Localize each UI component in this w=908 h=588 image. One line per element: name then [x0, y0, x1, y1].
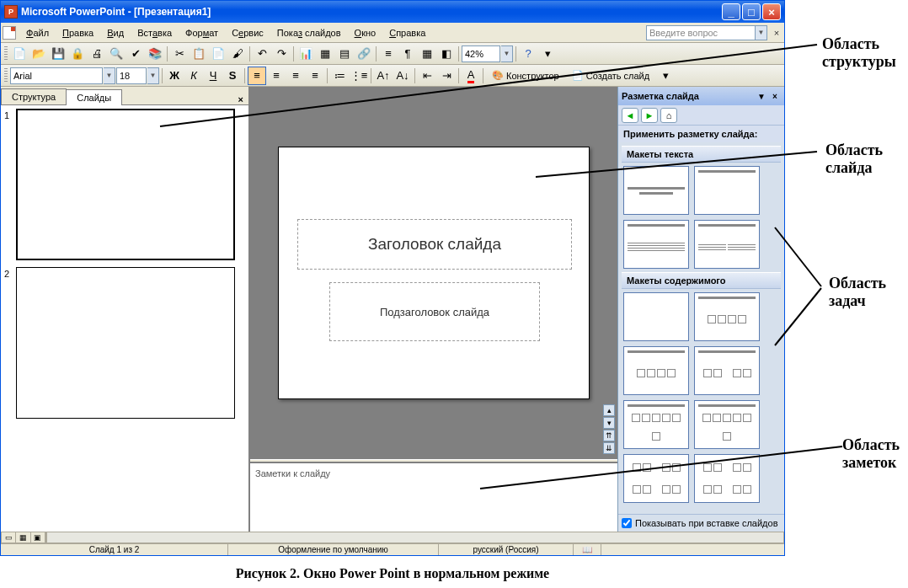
help-icon[interactable]: ? — [519, 45, 537, 63]
slide-design-button[interactable]: 🎨 Конструктор — [486, 67, 565, 85]
layout-content-grid[interactable] — [623, 454, 689, 503]
slide-thumbnail[interactable] — [16, 267, 235, 419]
menu-tools[interactable]: Сервис — [225, 26, 270, 40]
close-panel-icon[interactable]: × — [233, 94, 248, 104]
font-size-dropdown-icon[interactable]: ▼ — [147, 67, 159, 84]
layout-four-content[interactable] — [623, 400, 689, 449]
increase-indent-icon[interactable]: ⇥ — [437, 67, 456, 85]
tab-outline[interactable]: Структура — [1, 88, 67, 104]
layout-title-content[interactable] — [623, 346, 689, 395]
slide-canvas[interactable]: Заголовок слайда Подзаголовок слайда — [278, 147, 590, 399]
layout-list[interactable]: Макеты текста Макеты содержимого — [618, 142, 784, 514]
menu-insert[interactable]: Вставка — [131, 26, 179, 40]
paste-icon[interactable]: 📄 — [209, 45, 227, 63]
menu-slideshow[interactable]: Показ слайдов — [270, 26, 348, 40]
toolbar-grip[interactable] — [4, 46, 8, 61]
maximize-button[interactable]: □ — [742, 3, 761, 20]
bold-button[interactable]: Ж — [165, 67, 184, 85]
format-painter-icon[interactable]: 🖌 — [228, 45, 247, 63]
text-shadow-button[interactable]: S — [223, 67, 242, 85]
toolbar-options-icon[interactable]: ▾ — [656, 67, 675, 85]
color-grayscale-icon[interactable]: ◧ — [437, 45, 456, 63]
insert-chart-icon[interactable]: 📊 — [296, 45, 315, 63]
numbering-icon[interactable]: ≔ — [330, 67, 349, 85]
toolbar-grip[interactable] — [4, 68, 8, 83]
notes-pane[interactable]: Заметки к слайду — [250, 462, 617, 532]
help-dropdown-icon[interactable]: ▼ — [756, 25, 767, 40]
new-file-icon[interactable]: 📄 — [10, 45, 29, 63]
align-center-icon[interactable]: ≡ — [267, 67, 286, 85]
distributed-icon[interactable]: ≡ — [306, 67, 324, 85]
nav-back-icon[interactable]: ◄ — [622, 108, 638, 123]
print-preview-icon[interactable]: 🔍 — [107, 45, 126, 63]
layout-two-column-text[interactable] — [694, 220, 760, 269]
mdi-close-button[interactable]: × — [771, 27, 782, 39]
decrease-font-icon[interactable]: A↓ — [393, 67, 412, 85]
minimize-button[interactable]: _ — [722, 3, 740, 20]
show-formatting-icon[interactable]: ¶ — [398, 45, 417, 63]
menu-help[interactable]: Справка — [382, 26, 432, 40]
decrease-indent-icon[interactable]: ⇤ — [418, 67, 436, 85]
expand-all-icon[interactable]: ≡ — [379, 45, 398, 63]
next-slide-double-icon[interactable]: ⇊ — [603, 442, 615, 454]
slide-thumb-row[interactable]: 1 — [4, 109, 245, 260]
tab-slides[interactable]: Слайды — [66, 89, 122, 105]
layout-content[interactable] — [694, 292, 760, 341]
italic-button[interactable]: К — [184, 67, 203, 85]
nav-forward-icon[interactable]: ► — [641, 108, 658, 123]
show-grid-icon[interactable]: ▦ — [418, 45, 436, 63]
normal-view-icon[interactable]: ▭ — [2, 532, 16, 543]
slide-thumb-row[interactable]: 2 — [4, 267, 245, 419]
font-name-dropdown-icon[interactable]: ▼ — [104, 67, 115, 84]
bullets-icon[interactable]: ⋮≡ — [350, 67, 368, 85]
underline-button[interactable]: Ч — [204, 67, 222, 85]
font-size-select[interactable]: 18 — [116, 67, 147, 84]
open-file-icon[interactable]: 📂 — [29, 45, 48, 63]
increase-font-icon[interactable]: A↑ — [374, 67, 393, 85]
prev-slide-double-icon[interactable]: ⇈ — [603, 430, 615, 441]
close-button[interactable]: × — [762, 3, 781, 20]
layout-title-slide[interactable] — [623, 166, 689, 215]
slide-thumbnail-list[interactable]: 1 2 — [1, 105, 248, 532]
menu-window[interactable]: Окно — [348, 26, 383, 40]
layout-four-content-b[interactable] — [694, 400, 760, 449]
next-slide-icon[interactable]: ▾ — [603, 417, 615, 429]
zoom-select[interactable]: 42% — [462, 45, 500, 62]
subtitle-placeholder[interactable]: Подзаголовок слайда — [329, 282, 540, 341]
tables-borders-icon[interactable]: ▤ — [335, 45, 354, 63]
menu-format[interactable]: Формат — [179, 26, 225, 40]
copy-icon[interactable]: 📋 — [190, 45, 208, 63]
research-icon[interactable]: 📚 — [146, 45, 164, 63]
horizontal-scrollbar[interactable] — [46, 532, 784, 543]
menu-edit[interactable]: Правка — [56, 26, 100, 40]
insert-table-icon[interactable]: ▦ — [316, 45, 334, 63]
help-search-input[interactable] — [646, 25, 756, 40]
undo-icon[interactable]: ↶ — [253, 45, 271, 63]
menu-view[interactable]: Вид — [100, 26, 131, 40]
toolbar-options-icon[interactable]: ▾ — [538, 45, 557, 63]
prev-slide-icon[interactable]: ▴ — [603, 404, 615, 416]
print-icon[interactable]: 🖨 — [88, 45, 106, 63]
save-icon[interactable]: 💾 — [49, 45, 67, 63]
font-name-select[interactable]: Arial — [10, 67, 103, 84]
align-left-icon[interactable]: ≡ — [248, 67, 266, 85]
zoom-dropdown-icon[interactable]: ▼ — [501, 45, 513, 62]
task-pane-menu-icon[interactable]: ▼ — [756, 90, 767, 102]
align-right-icon[interactable]: ≡ — [286, 67, 305, 85]
permission-icon[interactable]: 🔒 — [68, 45, 87, 63]
status-spellcheck-icon[interactable]: 📖 — [574, 544, 601, 555]
slide-thumbnail[interactable] — [16, 109, 235, 260]
spellcheck-icon[interactable]: ✔ — [126, 45, 145, 63]
slide-edit-area[interactable]: Заголовок слайда Подзаголовок слайда ▴ ▾… — [250, 87, 617, 459]
layout-title-text[interactable] — [623, 220, 689, 269]
nav-home-icon[interactable]: ⌂ — [660, 108, 677, 123]
layout-blank[interactable] — [623, 292, 689, 341]
layout-title-only[interactable] — [694, 166, 760, 215]
font-color-icon[interactable]: A — [462, 67, 480, 85]
new-slide-button[interactable]: 📄 Создать слайд — [566, 67, 655, 85]
layout-content-grid-b[interactable] — [694, 454, 760, 503]
layout-title-two-content[interactable] — [694, 346, 760, 395]
slide-sorter-icon[interactable]: ▦ — [16, 532, 30, 543]
redo-icon[interactable]: ↷ — [272, 45, 291, 63]
show-on-insert-checkbox[interactable] — [622, 518, 632, 528]
